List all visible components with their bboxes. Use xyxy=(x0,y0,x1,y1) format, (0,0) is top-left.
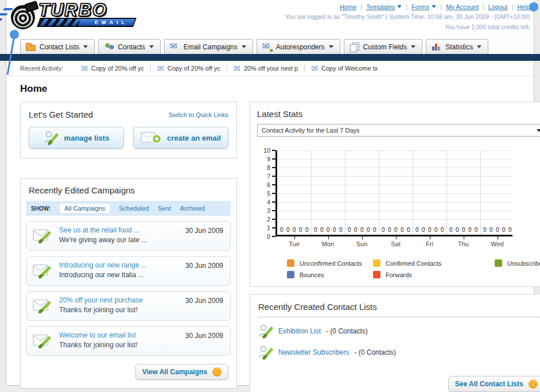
recent-activity-list: ✉ Copy of 20% off yc ✉ Copy of 20% off y… xyxy=(75,64,384,72)
view-all-campaigns-button[interactable]: View All Campaigns → xyxy=(135,364,228,380)
nav-tab-label: Custom Fields xyxy=(363,43,407,51)
nav-tab-label: Contacts xyxy=(118,43,145,51)
contacts-icon xyxy=(104,42,114,51)
header-link[interactable]: Forms xyxy=(411,3,436,10)
chevron-down-icon xyxy=(411,45,415,51)
header-link-label: My Account xyxy=(446,3,479,10)
recent-activity-item-label: Copy of Welcome tx xyxy=(321,65,378,72)
chart-y-axis-labels: 012345678910 xyxy=(257,150,275,236)
nav-tab-label: Email Campaigns xyxy=(184,43,238,51)
campaign-date: 30 Jun 2009 xyxy=(185,227,223,235)
nav-tab[interactable]: Autoresponders xyxy=(257,39,340,54)
header-link[interactable]: Logout xyxy=(488,3,508,10)
manage-lists-button[interactable]: manage lists xyxy=(29,127,124,149)
logo-text: TURBO EMAIL xyxy=(38,2,135,27)
campaign-subtitle: We're giving away our late ... xyxy=(59,236,147,244)
header-link-item: Help xyxy=(508,3,530,10)
legend-item: Unconfirmed Contacts xyxy=(287,259,373,267)
header-link-label: Help xyxy=(517,3,530,10)
campaign-title-link[interactable]: Welcome to our email list xyxy=(59,331,138,339)
header-link-label: Logout xyxy=(488,3,508,10)
legend-item: Unsubscribes xyxy=(495,259,540,267)
campaigns-filter[interactable]: All Campaigns xyxy=(60,204,110,213)
nav-tab[interactable]: Contact Lists xyxy=(20,39,95,54)
create-an-email-button[interactable]: create an email xyxy=(133,127,228,149)
nav-tab-label: Statistics xyxy=(445,43,473,51)
envelope-icon: ✉ xyxy=(157,64,164,72)
campaign-title-link[interactable]: Introducing our new range ... xyxy=(59,261,147,269)
stats-range-select[interactable]: Contact Activity for the Last 7 Days xyxy=(257,124,540,137)
nav-tab[interactable]: Custom Fields xyxy=(344,39,423,54)
recent-activity-item[interactable]: ✉ 20% off your next p xyxy=(227,64,304,72)
person-pencil-icon xyxy=(44,130,59,145)
see-all-contact-lists-label: See All Contact Lists xyxy=(455,380,523,388)
legend-item: Forwards xyxy=(373,271,495,278)
header-link-label: Forms xyxy=(411,3,429,10)
recent-activity-item[interactable]: ✉ Copy of 20% off yc xyxy=(150,64,227,72)
turbo-email-logo: TURBO EMAIL xyxy=(11,2,135,29)
contact-list-count: - (0 Contacts) xyxy=(354,348,396,356)
recent-activity-item-label: 20% off your next p xyxy=(244,65,298,72)
contact-list-count: - (0 Contacts) xyxy=(326,327,368,335)
autoresponders-icon xyxy=(262,42,272,51)
campaign-title-link[interactable]: See us at the retail food ... xyxy=(59,226,147,234)
see-all-contact-lists-button[interactable]: See All Contact Lists → xyxy=(448,376,540,392)
campaigns-filter[interactable]: Sent xyxy=(158,205,171,212)
campaign-subtitle: Thanks for joining our list! xyxy=(59,341,138,349)
contact-list-link[interactable]: Exhibition List xyxy=(278,327,321,335)
nav-tab[interactable]: Statistics xyxy=(426,39,488,54)
contact-list-item: Newsletter Subscribers - (0 Contacts) xyxy=(258,345,540,360)
header-link-item: Templates xyxy=(356,3,402,10)
chevron-down-icon xyxy=(83,45,88,51)
recent-activity-item[interactable]: ✉ Copy of 20% off yc xyxy=(75,64,150,72)
campaign-card: 20% off your next purchase Thanks for jo… xyxy=(26,291,231,321)
page-title: Home xyxy=(20,83,520,95)
campaign-card: Introducing our new range ... Introducin… xyxy=(26,256,231,286)
header-link-label: Home xyxy=(340,3,356,10)
header-link[interactable]: Help xyxy=(517,3,530,10)
latest-stats-title: Latest Stats xyxy=(257,109,540,119)
contact-list-link[interactable]: Newsletter Subscribers xyxy=(278,348,349,356)
header-link-item: My Account xyxy=(436,3,479,10)
chevron-down-icon xyxy=(397,5,402,10)
switch-to-quick-links-link[interactable]: Switch to Quick Links xyxy=(168,111,228,118)
nav-tab-label: Autoresponders xyxy=(276,43,325,51)
arrow-right-icon: → xyxy=(529,379,538,389)
logged-in-text: You are logged in as "Timothy Smith" | S… xyxy=(285,13,530,21)
header-link[interactable]: My Account xyxy=(446,3,479,10)
campaign-card-text: See us at the retail food ... We're givi… xyxy=(59,226,147,244)
envelope-icon: ✉ xyxy=(234,64,240,72)
campaign-subtitle: Thanks for joining our list! xyxy=(59,306,143,314)
contact-activity-chart: 012345678910 000000000000000000000000000… xyxy=(257,150,540,251)
app-window: TURBO EMAIL Home Templates Fo xyxy=(6,0,534,386)
legend-label: Confirmed Contacts xyxy=(386,260,441,267)
navy-divider-bar xyxy=(0,54,540,61)
header-link[interactable]: Home xyxy=(340,3,356,10)
credits-text: You have 1,000 total credits left. xyxy=(285,23,530,31)
header-link-label: Templates xyxy=(366,3,395,10)
chart-plot: 00000000000000000000000000000000000 xyxy=(275,150,512,236)
logo-wordmark: TURBO xyxy=(38,2,135,19)
nav-tab[interactable]: Contacts xyxy=(98,39,160,54)
envelope-pencil-icon xyxy=(33,227,53,243)
nav-tab[interactable]: Email Campaigns xyxy=(164,39,253,54)
header-link[interactable]: Templates xyxy=(366,3,402,10)
chevron-down-icon xyxy=(432,5,436,10)
recent-activity-item[interactable]: ✉ Copy of Welcome tx xyxy=(304,64,384,72)
campaign-date: 30 Jun 2009 xyxy=(185,332,223,340)
latest-stats-panel: Latest Stats Contact Activity for the La… xyxy=(250,102,540,287)
campaigns-filter[interactable]: Scheduled xyxy=(119,205,149,212)
chevron-down-icon xyxy=(537,129,540,134)
envelope-pencil-icon xyxy=(33,332,53,348)
campaigns-filter[interactable]: Archived xyxy=(180,205,205,212)
recently-edited-campaigns-panel: Recently Edited Campaigns SHOW: All Camp… xyxy=(20,178,237,389)
legend-label: Forwards xyxy=(386,271,412,278)
contact-lists-icon xyxy=(26,45,36,51)
statistics-icon xyxy=(432,42,441,51)
logo-subtitle: EMAIL xyxy=(95,20,128,25)
get-started-title: Let's Get Started xyxy=(29,110,93,119)
chevron-down-icon xyxy=(149,45,154,51)
campaign-title-link[interactable]: 20% off your next purchase xyxy=(59,296,143,304)
get-started-panel: Let's Get Started Switch to Quick Links … xyxy=(20,102,237,158)
recent-activity-label: Recent Activity: xyxy=(20,65,63,72)
